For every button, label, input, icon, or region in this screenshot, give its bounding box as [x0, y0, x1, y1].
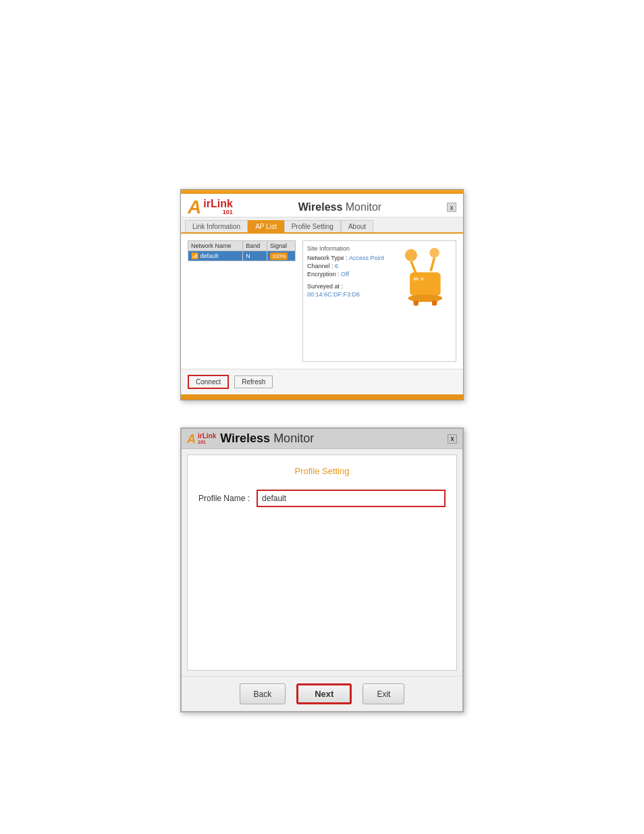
- refresh-button[interactable]: Refresh: [234, 375, 273, 388]
- col-band: Band: [243, 241, 267, 251]
- col-network-name: Network Name: [188, 241, 243, 251]
- window2-body: Profile Setting Profile Name :: [187, 454, 457, 671]
- site-info-panel: Site Information Network Type : Access P…: [302, 240, 456, 362]
- exit-button[interactable]: Exit: [363, 683, 404, 704]
- next-button[interactable]: Next: [296, 683, 352, 704]
- network-type-label: Network Type :: [307, 255, 348, 261]
- svg-rect-10: [432, 301, 437, 305]
- svg-point-0: [405, 249, 417, 261]
- close-button-2[interactable]: x: [448, 434, 457, 444]
- svg-rect-5: [414, 278, 419, 281]
- ap-list-panel: Network Name Band Signal 📶 default N 100…: [188, 240, 296, 362]
- close-button-1[interactable]: x: [447, 203, 456, 212]
- table-row[interactable]: 📶 default N 100%: [188, 251, 296, 261]
- ap-table: Network Name Band Signal 📶 default N 100…: [188, 240, 296, 261]
- svg-line-1: [411, 261, 416, 273]
- window-ap-list: A irLink 101 Wireless Monitor x Link Inf…: [180, 189, 464, 400]
- network-type-value: Access Point: [349, 255, 384, 261]
- window2-title-left: A irLink 101 Wireless Monitor: [187, 432, 314, 446]
- window1-title: Wireless Monitor: [298, 201, 381, 213]
- profile-name-row: Profile Name :: [198, 490, 446, 507]
- tab-about[interactable]: About: [341, 220, 373, 232]
- window-header: A irLink 101 Wireless Monitor x: [181, 194, 463, 217]
- svg-point-2: [429, 248, 439, 258]
- logo-101-2: 101: [198, 440, 216, 444]
- window1-body: Network Name Band Signal 📶 default N 100…: [181, 234, 463, 369]
- channel-label: Channel :: [307, 263, 333, 269]
- encryption-label: Encryption :: [307, 271, 340, 278]
- svg-rect-6: [421, 278, 424, 281]
- profile-setting-title: Profile Setting: [198, 466, 446, 476]
- window-profile-setting: A irLink 101 Wireless Monitor x Profile …: [180, 427, 464, 712]
- tab-bar-1: Link Information AP List Profile Setting…: [181, 217, 463, 234]
- ap-icon-cell: 📶 default: [188, 251, 243, 261]
- window1-footer: Connect Refresh: [181, 369, 463, 394]
- encryption-value: Off: [341, 271, 349, 278]
- wifi-icon: 📶: [191, 253, 200, 259]
- window2-title-text: Wireless Monitor: [220, 432, 314, 446]
- window2-footer: Back Next Exit: [182, 676, 462, 711]
- logo-101: 101: [223, 209, 233, 215]
- ap-name: default: [200, 253, 219, 259]
- tab-profile-setting[interactable]: Profile Setting: [284, 220, 341, 232]
- logo-irlink-2: irLink: [198, 433, 216, 440]
- svg-rect-9: [414, 301, 419, 305]
- connect-button[interactable]: Connect: [188, 375, 229, 389]
- svg-line-3: [431, 258, 434, 271]
- channel-value: 6: [335, 263, 338, 269]
- profile-name-input[interactable]: [257, 490, 446, 507]
- airlink-logo: A irLink 101: [188, 198, 233, 217]
- svg-rect-4: [410, 272, 440, 296]
- logo-a: A: [188, 198, 201, 217]
- bottom-bar-orange: [181, 394, 463, 400]
- tab-ap-list[interactable]: AP List: [248, 220, 284, 232]
- tab-link-information[interactable]: Link Information: [185, 220, 248, 232]
- ap-band: N: [243, 251, 267, 261]
- airlink-logo-2: A irLink 101: [187, 433, 216, 445]
- col-signal: Signal: [267, 241, 295, 251]
- signal-badge: 100%: [270, 253, 288, 260]
- logo-a-2: A: [187, 433, 196, 445]
- window2-title-bar: A irLink 101 Wireless Monitor x: [182, 429, 462, 449]
- ap-signal: 100%: [267, 251, 295, 261]
- logo-irlink: irLink: [203, 199, 233, 209]
- profile-name-label: Profile Name :: [198, 494, 250, 503]
- back-button[interactable]: Back: [240, 683, 286, 704]
- router-illustration: [398, 248, 452, 315]
